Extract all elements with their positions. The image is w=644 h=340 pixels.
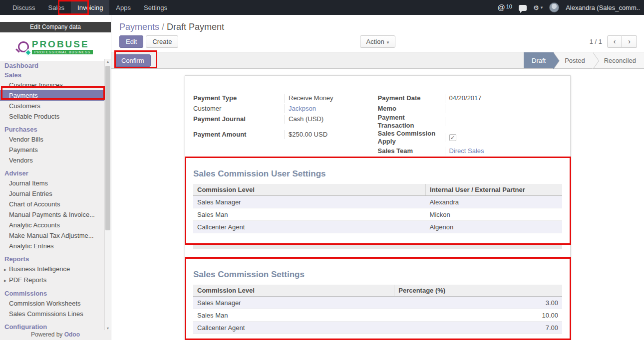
powered-by: Powered by Odoo — [0, 330, 111, 339]
list-footer-strip — [193, 243, 562, 249]
field-memo: Memo — [378, 103, 563, 114]
page: Discuss Sales Invoicing Apps Settings @ … — [0, 0, 644, 340]
table-row[interactable]: Callcenter Agent 7.00 — [193, 322, 562, 334]
sidebar-item-vendors[interactable]: Vendors — [0, 155, 104, 166]
sidebar-item-customers[interactable]: Customers — [0, 101, 104, 111]
payment-transaction-value — [445, 117, 563, 126]
main-content: Payments/Draft Payment Edit Create Actio… — [111, 15, 644, 340]
nav-settings[interactable]: Settings — [137, 0, 174, 15]
nav-invoicing[interactable]: Invoicing — [71, 0, 109, 15]
sidebar-item-commission-worksheets[interactable]: Commission Worksheets — [0, 298, 104, 309]
sidebar-header-dashboard[interactable]: Dashboard — [0, 61, 111, 70]
sidebar-item-analytic-accounts[interactable]: Analytic Accounts — [0, 220, 104, 230]
column-percentage[interactable]: Percentage (%) — [394, 285, 562, 297]
confirm-button[interactable]: Confirm — [115, 54, 151, 67]
pager: 1 / 1 ‹ › — [590, 35, 637, 48]
chat-icon[interactable] — [519, 5, 527, 11]
form-view: Payment Type Receive Money Customer Jack… — [111, 69, 644, 340]
sidebar-item-payments[interactable]: Payments — [0, 90, 104, 101]
field-payment-date: Payment Date 04/20/2017 — [378, 93, 563, 103]
form-sheet: Payment Type Receive Money Customer Jack… — [185, 75, 571, 340]
user-settings-title: Sales Commission User Settings — [193, 169, 562, 179]
status-draft[interactable]: Draft — [524, 52, 554, 68]
chevron-down-icon: ▾ — [541, 5, 543, 10]
sidebar-item-journal-entries[interactable]: Journal Entries — [0, 188, 104, 199]
sidebar-menu: Dashboard Sales Customer Invoices Paymen… — [0, 61, 111, 332]
sidebar-item-sellable-products[interactable]: Sellable Products — [0, 111, 104, 122]
commission-settings-title: Sales Commission Settings — [193, 270, 562, 280]
gear-icon: ⚙ — [533, 4, 539, 11]
sidebar: Edit Company data PROBUSE PROFESSIONAL B… — [0, 15, 111, 340]
mention-counter[interactable]: @ 10 — [497, 3, 512, 11]
scroll-down-icon[interactable]: ▼ — [105, 327, 111, 330]
sidebar-header-adviser[interactable]: Adviser — [0, 169, 111, 178]
customer-link[interactable]: Jackpson — [284, 104, 378, 113]
company-logo[interactable]: PROBUSE PROFESSIONAL BUSINESS — [0, 35, 111, 58]
field-payment-transaction: Payment Transaction — [378, 114, 563, 130]
sidebar-header-sales[interactable]: Sales — [0, 70, 111, 80]
avatar[interactable] — [549, 2, 559, 12]
sidebar-item-sales-commissions-lines[interactable]: Sales Commissions Lines — [0, 309, 104, 319]
sidebar-item-journal-items[interactable]: Journal Items — [0, 178, 104, 188]
control-panel: Edit Create Action▾ 1 / 1 ‹ › — [111, 33, 644, 52]
expand-arrow-icon: ▸ — [4, 266, 7, 273]
top-navbar: Discuss Sales Invoicing Apps Settings @ … — [0, 0, 644, 15]
sidebar-item-make-manual-tax-adjustment[interactable]: Make Manual Tax Adjustme... — [0, 230, 104, 241]
status-reconciled[interactable]: Reconciled — [593, 52, 644, 68]
sidebar-header-reports[interactable]: Reports — [0, 254, 111, 264]
edit-company-button[interactable]: Edit Company data — [0, 22, 111, 32]
sidebar-item-chart-of-accounts[interactable]: Chart of Accounts — [0, 199, 104, 209]
payment-form: Payment Type Receive Money Customer Jack… — [193, 93, 562, 156]
field-payment-journal: Payment Journal Cash (USD) — [193, 114, 378, 124]
debug-menu[interactable]: ⚙ ▾ — [533, 4, 543, 11]
page-title: Draft Payment — [167, 22, 224, 32]
nav-sales[interactable]: Sales — [42, 0, 71, 15]
sales-team-link[interactable]: Direct Sales — [445, 147, 563, 156]
sidebar-item-purchase-payments[interactable]: Payments — [0, 145, 104, 155]
sidebar-item-analytic-entries[interactable]: Analytic Entries — [0, 241, 104, 251]
sidebar-scrollbar[interactable]: ▲ ▼ — [104, 59, 111, 331]
table-row[interactable]: Sales Manager Alexandra — [193, 196, 562, 208]
action-dropdown[interactable]: Action▾ — [360, 35, 396, 48]
payment-date-value: 04/20/2017 — [445, 94, 563, 103]
field-payment-amount: Payment Amount $250.00 USD — [193, 129, 378, 140]
status-steps: Draft Posted Reconciled — [524, 52, 644, 68]
scroll-up-icon[interactable]: ▲ — [105, 60, 111, 63]
nav-discuss[interactable]: Discuss — [6, 0, 42, 15]
statusbar: Confirm Draft Posted Reconciled — [111, 52, 644, 69]
table-row[interactable]: Sales Man Mickon — [193, 208, 562, 221]
edit-button[interactable]: Edit — [119, 35, 143, 48]
table-row[interactable]: Callcenter Agent Algenon — [193, 221, 562, 233]
user-settings-table: Commission Level Internal User / Externa… — [193, 184, 562, 233]
create-button[interactable]: Create — [146, 35, 178, 48]
sidebar-item-business-intelligence[interactable]: ▸Business Intelligence — [0, 264, 104, 275]
table-row[interactable]: Sales Man 10.00 — [193, 309, 562, 322]
sidebar-item-manual-payments-invoice[interactable]: Manual Payments & Invoice... — [0, 209, 104, 220]
payment-type-value: Receive Money — [284, 94, 378, 103]
breadcrumb-separator: / — [162, 22, 164, 32]
column-commission-level[interactable]: Commission Level — [193, 285, 394, 297]
pager-previous-button[interactable]: ‹ — [607, 35, 622, 48]
payment-journal-value: Cash (USD) — [284, 115, 378, 124]
breadcrumb-payments[interactable]: Payments — [119, 22, 159, 32]
pager-next-button[interactable]: › — [622, 35, 637, 48]
nav-apps[interactable]: Apps — [109, 0, 137, 15]
column-commission-level[interactable]: Commission Level — [193, 184, 426, 196]
body-layout: Edit Company data PROBUSE PROFESSIONAL B… — [0, 15, 644, 340]
sidebar-item-customer-invoices[interactable]: Customer Invoices — [0, 80, 104, 90]
logo-text: PROBUSE — [32, 39, 89, 49]
chevron-down-icon: ▾ — [387, 40, 389, 45]
sidebar-header: Edit Company data PROBUSE PROFESSIONAL B… — [0, 15, 111, 61]
sidebar-item-vendor-bills[interactable]: Vendor Bills — [0, 134, 104, 145]
logo-tagline: PROFESSIONAL BUSINESS — [32, 50, 93, 54]
odoo-link[interactable]: Odoo — [64, 331, 80, 338]
sidebar-item-pdf-reports[interactable]: ▸PDF Reports — [0, 275, 104, 286]
scrollbar-thumb[interactable] — [105, 66, 110, 230]
sidebar-header-commissions[interactable]: Commissions — [0, 289, 111, 298]
sidebar-header-purchases[interactable]: Purchases — [0, 125, 111, 134]
user-menu[interactable]: Alexandra (Sales_comm.. — [566, 4, 640, 11]
column-internal-user[interactable]: Internal User / External Partner — [426, 184, 562, 196]
mention-count: 10 — [506, 3, 512, 9]
table-row[interactable]: Sales Manager 3.00 — [193, 297, 562, 309]
sales-commission-apply-checkbox[interactable]: ✓ — [449, 134, 456, 141]
